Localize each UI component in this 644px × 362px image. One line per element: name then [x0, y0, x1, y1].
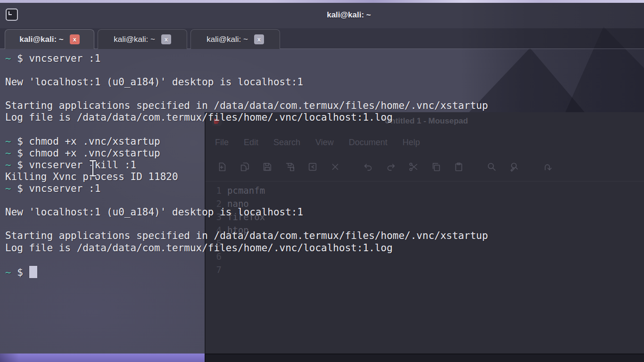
prompt-tilde: ~: [5, 148, 11, 159]
terminal-line: [5, 195, 644, 206]
terminal-tab-bar: kali@kali: ~xkali@kali: ~xkali@kali: ~x: [0, 28, 644, 49]
terminal-tab[interactable]: kali@kali: ~x: [5, 29, 94, 49]
terminal-tab[interactable]: kali@kali: ~x: [98, 29, 187, 49]
tab-label: kali@kali: ~: [114, 35, 155, 44]
prompt-tilde: ~: [5, 183, 11, 194]
desktop: *Untitled 1 - Mousepad FileEditSearchVie…: [0, 0, 644, 362]
terminal-line: [5, 88, 644, 100]
terminal-tab[interactable]: kali@kali: ~x: [190, 29, 280, 49]
terminal-cursor: [29, 266, 37, 278]
terminal-line: Log file is /data/data/com.termux/files/…: [5, 112, 644, 123]
terminal-line: Starting applications specified in /data…: [5, 100, 644, 112]
terminal-titlebar[interactable]: kali@kali: ~: [0, 3, 644, 28]
tab-label: kali@kali: ~: [19, 35, 64, 44]
terminal-line: Killing Xvnc process ID 11820: [5, 171, 644, 183]
prompt-tilde: ~: [5, 267, 11, 278]
terminal-line: ~ $ vncserver :1: [5, 53, 644, 65]
terminal-line: Log file is /data/data/com.termux/files/…: [5, 242, 644, 254]
terminal-app-icon: [6, 8, 18, 21]
tab-close-icon[interactable]: x: [70, 34, 80, 44]
mouse-ibeam-pointer: [88, 159, 98, 178]
wallpaper-bottom-strip: [0, 354, 205, 362]
prompt-tilde: ~: [5, 136, 11, 147]
terminal-line: [5, 65, 644, 76]
terminal-line: ~ $ chmod +x .vnc/xstartup: [5, 148, 644, 159]
terminal-line: Starting applications specified in /data…: [5, 230, 644, 242]
terminal-line: ~ $: [5, 266, 644, 278]
terminal-line: [5, 124, 644, 136]
terminal-line: ~ $ vncserver -kill :1: [5, 159, 644, 171]
tab-label: kali@kali: ~: [206, 35, 248, 44]
terminal-line: [5, 218, 644, 230]
terminal-output[interactable]: ~ $ vncserver :1New 'localhost:1 (u0_a18…: [5, 53, 644, 278]
prompt-tilde: ~: [5, 53, 11, 64]
tab-close-icon[interactable]: x: [161, 34, 171, 44]
terminal-line: ~ $ vncserver :1: [5, 183, 644, 195]
terminal-line: [5, 254, 644, 266]
tab-close-icon[interactable]: x: [254, 34, 264, 44]
terminal-window-title: kali@kali: ~: [27, 3, 644, 28]
terminal-line: New 'localhost:1 (u0_a184)' desktop is l…: [5, 76, 644, 88]
terminal-line: ~ $ chmod +x .vnc/xstartup: [5, 136, 644, 148]
terminal-window[interactable]: *Untitled 1 - Mousepad FileEditSearchVie…: [0, 3, 644, 354]
mousepad-window-bottom[interactable]: [205, 354, 644, 362]
terminal-line: New 'localhost:1 (u0_a184)' desktop is l…: [5, 206, 644, 218]
prompt-tilde: ~: [5, 159, 11, 171]
